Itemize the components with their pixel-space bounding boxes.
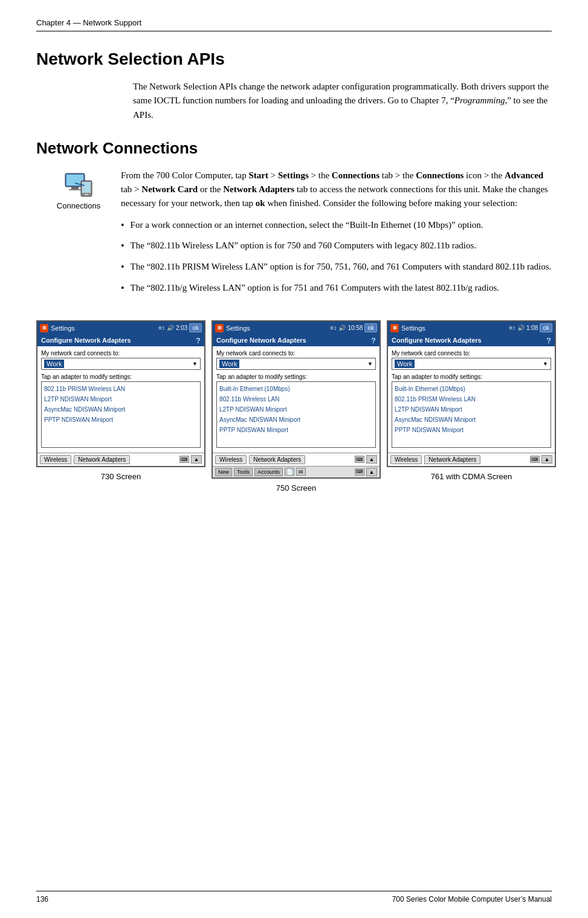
taskbar-right-750: ⌨ ▲ [355, 468, 377, 476]
adapter-item-750-4[interactable]: AsyncMac NDISWAN Miniport [219, 415, 373, 425]
page: Chapter 4 — Network Support Network Sele… [0, 0, 588, 918]
dropdown-value-761: Work [395, 360, 415, 368]
dropdown-label-761: My network card connects to: [392, 350, 551, 357]
device-body-750: My network card connects to: Work ▼ Tap … [213, 346, 380, 450]
footer-tab-wireless-750[interactable]: Wireless [215, 455, 247, 464]
configure-bar-730: Configure Network Adapters ? [37, 335, 204, 346]
adapter-item-750-1[interactable]: Built-In Ethernet (10Mbps) [219, 384, 373, 394]
dropdown-value-750: Work [219, 360, 239, 368]
scroll-730: ▲ [191, 455, 202, 464]
connections-icon-block: Connections [36, 169, 121, 210]
chapter-header-text: Chapter 4 — Network Support [36, 18, 141, 27]
section1-body-text: The Network Selection APIs change the ne… [133, 80, 552, 122]
taskbar-apps-750: New Tools Accounts 📄 ✉ [215, 468, 306, 476]
titlebar-ok-750[interactable]: ok [364, 323, 377, 332]
configure-bar-750: Configure Network Adapters ? [213, 335, 380, 346]
taskbar-new-750[interactable]: New [215, 468, 232, 476]
svg-rect-6 [85, 194, 88, 195]
dropdown-761[interactable]: Work ▼ [392, 358, 551, 370]
device-footer-761: Wireless Network Adapters ⌨ ▲ [388, 453, 555, 466]
device-body-761: My network card connects to: Work ▼ Tap … [388, 346, 555, 450]
connections-text: From the 700 Color Computer, tap Start >… [121, 169, 552, 303]
adapter-list-730: 802.11b PRISM Wireless LAN L2TP NDISWAN … [41, 381, 201, 448]
screen-label-750: 750 Screen [276, 483, 317, 493]
footer-tab-netadapters-750[interactable]: Network Adapters [249, 455, 305, 464]
taskbar-750: New Tools Accounts 📄 ✉ ⌨ ▲ [213, 466, 380, 477]
scroll-750: ▲ [366, 455, 377, 464]
bullet-list: For a work connection or an internet con… [121, 218, 552, 296]
device-screen-730: ⊞ Settings ≡↕ 🔊 2:03 ok Configure Networ… [36, 320, 205, 467]
adapter-item-761-1[interactable]: Built-In Ethernet (10Mbps) [395, 384, 548, 394]
connections-icon [63, 172, 94, 201]
titlebar-icons-730: ≡↕ 🔊 2:03 ok [158, 323, 202, 332]
titlebar-icons-761: ≡↕ 🔊 1:08 ok [509, 323, 552, 332]
footer-icons-750: ⌨ ▲ [355, 455, 377, 464]
scroll-761: ▲ [541, 455, 552, 464]
footer-tab-wireless-761[interactable]: Wireless [390, 455, 422, 464]
connections-section: Connections From the 700 Color Computer,… [36, 169, 552, 303]
connections-icon-label: Connections [57, 201, 100, 210]
screen-label-761: 761 with CDMA Screen [431, 472, 512, 481]
titlebar-730: ⊞ Settings ≡↕ 🔊 2:03 ok [37, 322, 204, 335]
taskbar-tools-750[interactable]: Tools [234, 468, 253, 476]
configure-bar-761: Configure Network Adapters ? [388, 335, 555, 346]
screen-block-750: ⊞ Settings ≡↕ 🔊 10:58 ok Configure Netwo… [212, 320, 381, 493]
bullet-item-4: The “802.11b/g Wireless LAN” option is f… [121, 281, 552, 296]
titlebar-logo-750: ⊞ [215, 324, 224, 332]
titlebar-text-761: Settings [401, 325, 425, 332]
adapter-item-750-3[interactable]: L2TP NDISWAN Miniport [219, 404, 373, 415]
kbd-icon2-750: ⌨ [355, 468, 364, 476]
titlebar-761: ⊞ Settings ≡↕ 🔊 1:08 ok [388, 322, 555, 335]
footer-tabs-730: Wireless Network Adapters [40, 455, 130, 464]
titlebar-logo-730: ⊞ [40, 324, 48, 332]
dropdown-arrow-750: ▼ [367, 361, 373, 367]
taskbar-icon2-750: ✉ [296, 468, 306, 476]
adapter-item-761-3[interactable]: L2TP NDISWAN Miniport [395, 404, 548, 415]
section1-title: Network Selection APIs [36, 50, 552, 69]
footer-book-title: 700 Series Color Mobile Computer User’s … [392, 895, 552, 903]
footer-tabs-761: Wireless Network Adapters [390, 455, 480, 464]
kbd-icon-750: ⌨ [355, 456, 364, 463]
taskbar-icon1-750: 📄 [285, 468, 294, 476]
adapter-item-730-3[interactable]: AsyncMac NDISWAN Miniport [44, 404, 198, 415]
titlebar-text-730: Settings [51, 325, 75, 332]
footer-tab-netadapters-761[interactable]: Network Adapters [424, 455, 480, 464]
footer-tab-wireless-730[interactable]: Wireless [40, 455, 71, 464]
dropdown-750[interactable]: Work ▼ [216, 358, 376, 370]
section2-title: Network Connections [36, 139, 552, 158]
device-body-730: My network card connects to: Work ▼ Tap … [37, 346, 204, 450]
screen-block-761: ⊞ Settings ≡↕ 🔊 1:08 ok Configure Networ… [387, 320, 556, 493]
screens-container: ⊞ Settings ≡↕ 🔊 2:03 ok Configure Networ… [36, 320, 552, 493]
section1-body: The Network Selection APIs change the ne… [133, 80, 552, 122]
titlebar-ok-761[interactable]: ok [540, 323, 552, 332]
adapter-item-730-1[interactable]: 802.11b PRISM Wireless LAN [44, 384, 198, 394]
kbd-icon-761: ⌨ [530, 456, 540, 463]
device-footer-730: Wireless Network Adapters ⌨ ▲ [37, 453, 204, 466]
dropdown-label-730: My network card connects to: [41, 350, 201, 357]
adapter-item-730-2[interactable]: L2TP NDISWAN Miniport [44, 394, 198, 404]
adapter-item-750-5[interactable]: PPTP NDISWAN Miniport [219, 425, 373, 435]
adapter-list-750: Built-In Ethernet (10Mbps) 802.11b Wirel… [216, 381, 376, 448]
svg-rect-2 [71, 187, 79, 189]
scroll2-750: ▲ [366, 468, 377, 476]
adapter-item-761-5[interactable]: PPTP NDISWAN Miniport [395, 425, 548, 435]
titlebar-750: ⊞ Settings ≡↕ 🔊 10:58 ok [213, 322, 380, 335]
footer-icons-730: ⌨ ▲ [179, 455, 202, 464]
adapter-item-750-2[interactable]: 802.11b Wireless LAN [219, 394, 373, 404]
adapter-list-761: Built-In Ethernet (10Mbps) 802.11b PRISM… [392, 381, 551, 448]
device-screen-761: ⊞ Settings ≡↕ 🔊 1:08 ok Configure Networ… [387, 320, 556, 467]
titlebar-ok-730[interactable]: ok [189, 323, 202, 332]
adapter-item-730-4[interactable]: PPTP NDISWAN Miniport [44, 415, 198, 425]
footer-icons-761: ⌨ ▲ [530, 455, 552, 464]
taskbar-accounts-750[interactable]: Accounts [254, 468, 283, 476]
screen-label-730: 730 Screen [101, 472, 141, 481]
dropdown-730[interactable]: Work ▼ [41, 358, 201, 370]
adapter-item-761-2[interactable]: 802.11b PRISM Wireless LAN [395, 394, 548, 404]
bullet-item-1: For a work connection or an internet con… [121, 218, 552, 233]
screen-block-730: ⊞ Settings ≡↕ 🔊 2:03 ok Configure Networ… [36, 320, 205, 493]
titlebar-logo-761: ⊞ [390, 324, 399, 332]
device-screen-750: ⊞ Settings ≡↕ 🔊 10:58 ok Configure Netwo… [212, 320, 381, 479]
footer-tab-netadapters-730[interactable]: Network Adapters [74, 455, 130, 464]
dropdown-arrow-730: ▼ [192, 361, 198, 367]
adapter-item-761-4[interactable]: AsyncMac NDISWAN Miniport [395, 415, 548, 425]
